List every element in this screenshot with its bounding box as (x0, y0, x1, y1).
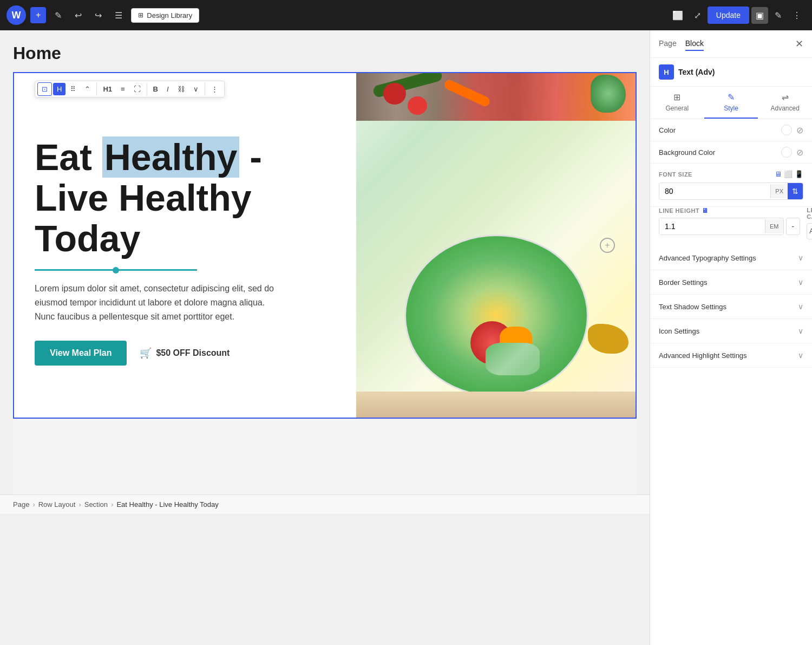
advanced-tab-icon: ⇌ (782, 92, 789, 102)
main-layout: Home ⊡ H ⠿ ⌃ H1 ≡ ⛶ B I (0, 30, 812, 645)
view-meal-plan-button[interactable]: View Meal Plan (35, 341, 127, 366)
accordion-text-shadow-chevron: ∨ (798, 302, 803, 311)
letter-case-buttons: AB ab Ab (807, 223, 812, 239)
block-tool-bold[interactable]: B (149, 83, 162, 95)
block-tool-caret[interactable]: ∨ (189, 83, 202, 95)
font-size-unit-toggle[interactable]: ⇅ (788, 183, 803, 199)
desktop-icon[interactable]: 🖥 (775, 170, 782, 178)
block-toolbar-divider1 (96, 83, 97, 96)
letter-case-label: LETTER CASE (807, 207, 812, 220)
undo-button[interactable]: ↩ (70, 7, 86, 24)
block-label-row: H Text (Adv) (650, 58, 812, 87)
toolbar-right-icons: ⬜ ⤢ Update ▣ ✎ ⋮ (668, 6, 806, 24)
page-title-area: Home (0, 30, 650, 72)
food-image (356, 72, 637, 419)
block-view-button[interactable]: ▣ (751, 7, 768, 24)
block-tool-select-btn[interactable]: ⊡ (37, 82, 52, 96)
block-tool-link[interactable]: ⛓ (174, 83, 188, 95)
block-tool-italic[interactable]: I (163, 83, 173, 95)
hero-right: + (356, 72, 637, 419)
tab-block[interactable]: Block (685, 37, 704, 51)
style-tab-general[interactable]: ⊞ General (650, 87, 704, 119)
accordion-border: Border Settings ∨ (650, 270, 812, 295)
more-options-button[interactable]: ⋮ (788, 7, 806, 24)
advanced-tab-label: Advanced (770, 105, 799, 112)
panel-close-button[interactable]: ✕ (795, 38, 803, 50)
block-type-name: Text (Adv) (678, 68, 715, 76)
pencil-button[interactable]: ✎ (50, 7, 66, 24)
responsive-preview-button[interactable]: ⬜ (668, 7, 687, 24)
block-toolbar: ⊡ H ⠿ ⌃ H1 ≡ ⛶ B I ⛓ ∨ ⋮ (35, 81, 225, 97)
accordion-typography-header[interactable]: Advanced Typography Settings ∨ (650, 246, 812, 270)
line-height-letter-case-row: LINE HEIGHT 🖥 EM - LETTER CASE (650, 207, 812, 246)
top-toolbar: W + ✎ ↩ ↪ ☰ ⊞ Design Library ⬜ ⤢ Update … (0, 0, 812, 30)
lc-uppercase-btn[interactable]: AB (807, 224, 812, 239)
block-toolbar-divider3 (205, 83, 205, 96)
tablet-icon[interactable]: ⬜ (784, 170, 793, 178)
style-tab-style[interactable]: ✎ Style (704, 87, 758, 119)
line-height-label: LINE HEIGHT 🖥 (659, 207, 800, 214)
block-tool-align[interactable]: ≡ (117, 83, 129, 95)
discount-button[interactable]: 🛒 $50 OFF Discount (140, 347, 230, 359)
canvas-area: Home ⊡ H ⠿ ⌃ H1 ≡ ⛶ B I (0, 30, 650, 645)
bg-color-cancel-icon[interactable]: ⊘ (796, 147, 803, 158)
external-preview-button[interactable]: ⤢ (690, 7, 705, 24)
accordion-icon-settings: Icon Settings ∨ (650, 319, 812, 343)
edit-mode-button[interactable]: ✎ (770, 7, 786, 24)
block-tool-drag[interactable]: ⠿ (67, 83, 80, 95)
add-block-button[interactable]: + (30, 7, 46, 23)
block-tool-more[interactable]: ⋮ (207, 83, 222, 95)
tab-page[interactable]: Page (659, 37, 677, 51)
block-tool-h-icon[interactable]: H (53, 83, 66, 95)
line-height-unit: EM (765, 219, 783, 233)
block-type-icon: H (659, 64, 674, 80)
color-picker[interactable] (781, 125, 792, 135)
device-icons: 🖥 ⬜ 📱 (775, 170, 803, 178)
bg-color-picker[interactable] (781, 147, 792, 158)
breadcrumb-sep2: › (78, 500, 81, 509)
color-cancel-icon[interactable]: ⊘ (796, 125, 803, 135)
line-height-device-icon[interactable]: 🖥 (702, 207, 709, 214)
block-tool-h1[interactable]: H1 (99, 83, 116, 95)
canvas-plus-button[interactable]: + (600, 238, 615, 253)
accordion-highlight: Advanced Highlight Settings ∨ (650, 343, 812, 368)
hero-cta: View Meal Plan 🛒 $50 OFF Discount (35, 341, 335, 366)
accordion-border-header[interactable]: Border Settings ∨ (650, 270, 812, 294)
general-tab-icon: ⊞ (673, 92, 680, 102)
breadcrumb-row-layout[interactable]: Row Layout (38, 500, 76, 509)
breadcrumb-section[interactable]: Section (84, 500, 108, 509)
accordion-highlight-header[interactable]: Advanced Highlight Settings ∨ (650, 343, 812, 367)
font-size-label-row: FONT SIZE 🖥 ⬜ 📱 (659, 170, 803, 178)
hero-heading[interactable]: Eat Healthy - Live Healthy Today (35, 137, 335, 258)
style-tab-icon: ✎ (728, 92, 735, 102)
font-size-input[interactable] (659, 183, 770, 199)
wp-logo[interactable]: W (6, 5, 26, 25)
heading-highlight: Healthy (102, 136, 240, 178)
hero-divider-dot (113, 267, 119, 273)
block-tool-box[interactable]: ⛶ (130, 83, 145, 95)
block-tool-arrows[interactable]: ⌃ (81, 83, 94, 95)
line-height-minus-btn[interactable]: - (786, 218, 801, 235)
cart-icon: 🛒 (140, 347, 152, 359)
design-library-button[interactable]: ⊞ Design Library (131, 8, 199, 23)
line-height-input-group: EM (659, 218, 784, 235)
style-tab-advanced[interactable]: ⇌ Advanced (758, 87, 812, 119)
block-canvas: ⊡ H ⠿ ⌃ H1 ≡ ⛶ B I ⛓ ∨ ⋮ (13, 72, 637, 494)
redo-button[interactable]: ↪ (90, 7, 106, 24)
accordion-highlight-title: Advanced Highlight Settings (659, 351, 747, 360)
accordion-text-shadow-header[interactable]: Text Shadow Settings ∨ (650, 295, 812, 318)
page-title: Home (13, 43, 637, 63)
accordion-icon-title: Icon Settings (659, 327, 699, 335)
color-controls: ⊘ (781, 125, 803, 135)
update-button[interactable]: Update (708, 6, 749, 24)
mobile-icon[interactable]: 📱 (795, 170, 803, 178)
breadcrumb: Page › Row Layout › Section › Eat Health… (0, 494, 650, 514)
accordion-icon-header[interactable]: Icon Settings ∨ (650, 319, 812, 343)
breadcrumb-page[interactable]: Page (13, 500, 29, 509)
panel-content: Color ⊘ Background Color ⊘ FONT SIZE (650, 119, 812, 645)
list-view-button[interactable]: ☰ (110, 7, 127, 24)
line-height-input[interactable] (659, 218, 765, 234)
font-size-label: FONT SIZE (659, 171, 692, 178)
line-height-controls: EM - (659, 218, 800, 235)
breadcrumb-current: Eat Healthy - Live Healthy Today (116, 500, 218, 509)
